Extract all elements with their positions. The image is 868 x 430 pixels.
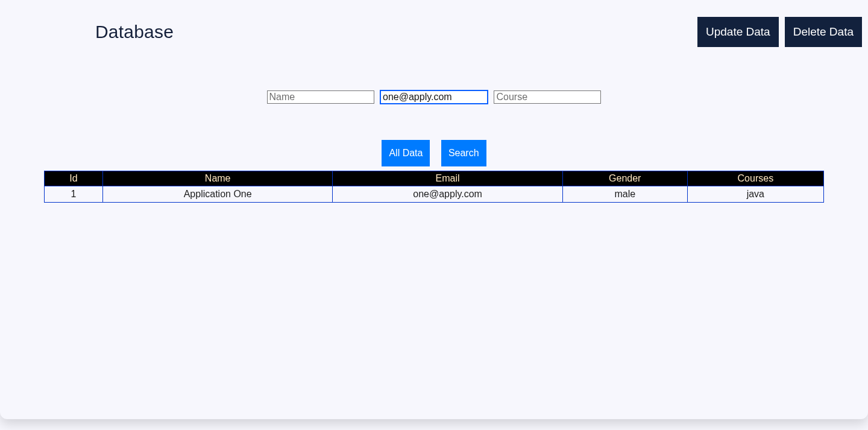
search-row bbox=[0, 90, 868, 104]
delete-data-button[interactable]: Delete Data bbox=[785, 17, 862, 47]
search-button[interactable]: Search bbox=[441, 140, 486, 166]
page-title: Database bbox=[95, 22, 174, 42]
all-data-button[interactable]: All Data bbox=[382, 140, 430, 166]
name-input[interactable] bbox=[267, 90, 374, 104]
header: Database Update Data Delete Data bbox=[0, 0, 868, 47]
email-input[interactable] bbox=[380, 90, 488, 104]
cell-name: Application One bbox=[102, 186, 332, 203]
col-header-name: Name bbox=[102, 171, 332, 186]
col-header-gender: Gender bbox=[562, 171, 687, 186]
col-header-id: Id bbox=[45, 171, 103, 186]
page-container: Database Update Data Delete Data All Dat… bbox=[0, 0, 868, 419]
cell-id: 1 bbox=[45, 186, 103, 203]
table-header-row: Id Name Email Gender Courses bbox=[45, 171, 824, 186]
table-row[interactable]: 1 Application One one@apply.com male jav… bbox=[45, 186, 824, 203]
col-header-email: Email bbox=[333, 171, 562, 186]
results-table: Id Name Email Gender Courses 1 Applicati… bbox=[44, 171, 824, 203]
cell-gender: male bbox=[562, 186, 687, 203]
action-row: All Data Search bbox=[0, 140, 868, 166]
cell-email: one@apply.com bbox=[333, 186, 562, 203]
course-input[interactable] bbox=[494, 90, 601, 104]
header-buttons: Update Data Delete Data bbox=[697, 17, 862, 47]
results-table-wrap: Id Name Email Gender Courses 1 Applicati… bbox=[44, 171, 824, 203]
col-header-courses: Courses bbox=[687, 171, 823, 186]
update-data-button[interactable]: Update Data bbox=[697, 17, 779, 47]
cell-courses: java bbox=[687, 186, 823, 203]
